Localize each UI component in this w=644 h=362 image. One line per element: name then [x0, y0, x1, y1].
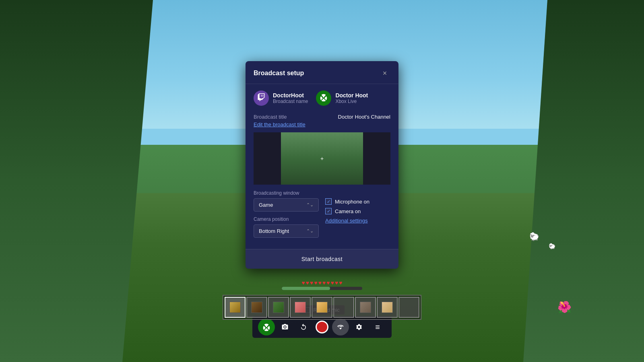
broadcast-button[interactable] [332, 319, 349, 335]
xbox-home-button[interactable] [258, 319, 275, 335]
camera-position-label: Camera position [254, 216, 319, 222]
menu-button[interactable]: ≡ [369, 319, 386, 335]
checkmark-icon-2: ✓ [327, 209, 330, 214]
game-preview: + [254, 132, 390, 185]
item-dirt [251, 302, 262, 313]
hotbar-slot-3 [268, 297, 289, 318]
twitch-username: DoctorHoot [273, 92, 308, 99]
broadcasting-window-value: Game [259, 202, 273, 208]
sheep-decoration: 🐑 [549, 243, 555, 249]
broadcasting-window-label: Broadcasting window [254, 190, 319, 196]
screenshot-button[interactable] [277, 319, 293, 335]
camera-row: ✓ Camera on [325, 208, 390, 214]
item-block [229, 302, 241, 313]
xbox-account: Doctor Hoot Xbox Live [316, 90, 368, 106]
item-wood [360, 302, 371, 313]
close-button[interactable]: × [379, 68, 390, 79]
hotbar-slot-4 [290, 297, 311, 318]
dropdown-arrow-icon-2: ⌃⌄ [306, 228, 314, 234]
hotbar-slot-8 [377, 297, 398, 318]
hud-health: ♥ ♥ ♥ ♥ ♥ ♥ ♥ ♥ ♥ ♥ [282, 280, 362, 292]
item-yellow [316, 302, 328, 313]
modal-body: DoctorHoot Broadcast name Docto [246, 84, 398, 249]
hotbar-slot-1 [225, 297, 246, 318]
twitch-avatar [254, 90, 269, 106]
item-sand [382, 302, 393, 313]
hotbar-slot-2 [246, 297, 267, 318]
left-controls: Broadcasting window Game ⌃⌄ Camera posit… [254, 190, 319, 238]
twitch-account-sub: Broadcast name [273, 99, 308, 104]
hotbar-slot-5 [312, 297, 332, 318]
heart-icon: ♥ [335, 280, 338, 286]
broadcast-title-label: Broadcast title [254, 114, 287, 120]
heart-icon: ♥ [326, 280, 330, 286]
hotbar [223, 295, 421, 320]
rewind-button[interactable] [295, 319, 312, 335]
heart-icon: ♥ [322, 280, 326, 286]
broadcast-title-value: Doctor Hoot's Channel [338, 114, 390, 120]
armor-bar [282, 287, 362, 290]
xbox-icon [320, 93, 328, 103]
crosshair: + [320, 155, 324, 162]
checkmark-icon: ✓ [327, 199, 330, 204]
xbox-username: Doctor Hoot [335, 92, 368, 99]
hotbar-slot-9 [398, 297, 419, 318]
preview-game-area: + [281, 132, 363, 185]
preview-right-bar [363, 132, 390, 185]
armor-fill [282, 287, 330, 290]
heart-icon: ♥ [314, 280, 317, 286]
record-button[interactable] [314, 319, 330, 335]
modal-title: Broadcast setup [254, 70, 304, 77]
broadcast-title-row: Broadcast title Doctor Hoot's Channel [254, 114, 390, 120]
hotbar-slot-6 [333, 297, 354, 318]
camera-position-dropdown[interactable]: Bottom Right ⌃⌄ [254, 224, 319, 238]
broadcasting-window-dropdown[interactable]: Game ⌃⌄ [254, 198, 319, 212]
xbox-account-sub: Xbox Live [335, 99, 368, 104]
microphone-label: Microphone on [335, 199, 369, 205]
flower-decoration: 🌺 [557, 300, 572, 314]
heart-icon: ♥ [310, 280, 313, 286]
twitch-icon [257, 93, 265, 103]
twitch-account: DoctorHoot Broadcast name [254, 90, 308, 106]
accounts-row: DoctorHoot Broadcast name Docto [254, 90, 390, 106]
settings-button[interactable] [351, 319, 367, 335]
xbox-account-info: Doctor Hoot Xbox Live [335, 92, 368, 104]
heart-icon: ♥ [331, 280, 334, 286]
additional-settings-link[interactable]: Additional settings [325, 218, 390, 224]
camera-checkbox[interactable]: ✓ [325, 208, 332, 214]
sheep-decoration: 🐑 [529, 232, 539, 241]
dropdown-arrow-icon: ⌃⌄ [306, 202, 314, 208]
broadcast-setup-modal: Broadcast setup × DoctorHoo [246, 61, 398, 269]
xbox-avatar [316, 90, 331, 106]
record-icon [316, 321, 328, 333]
microphone-checkbox[interactable]: ✓ [325, 198, 332, 205]
edit-broadcast-title-link[interactable]: Edit the broadcast title [254, 121, 390, 128]
hearts-row: ♥ ♥ ♥ ♥ ♥ ♥ ♥ ♥ ♥ ♥ [301, 280, 342, 286]
controls-area: Broadcasting window Game ⌃⌄ Camera posit… [254, 190, 390, 238]
heart-icon: ♥ [339, 280, 342, 286]
hotbar-slot-7 [355, 297, 376, 318]
microphone-row: ✓ Microphone on [325, 198, 390, 205]
camera-label: Camera on [335, 208, 361, 214]
modal-header: Broadcast setup × [246, 61, 398, 84]
preview-left-bar [254, 132, 281, 185]
heart-icon: ♥ [306, 280, 309, 286]
heart-icon: ♥ [318, 280, 322, 286]
start-broadcast-button[interactable]: Start broadcast [246, 249, 398, 269]
item-red [295, 302, 306, 313]
camera-position-value: Bottom Right [259, 228, 289, 234]
twitch-account-info: DoctorHoot Broadcast name [273, 92, 308, 104]
right-controls: ✓ Microphone on ✓ Camera on Additional s… [325, 190, 390, 238]
heart-icon: ♥ [301, 280, 305, 286]
item-grass [273, 302, 284, 313]
